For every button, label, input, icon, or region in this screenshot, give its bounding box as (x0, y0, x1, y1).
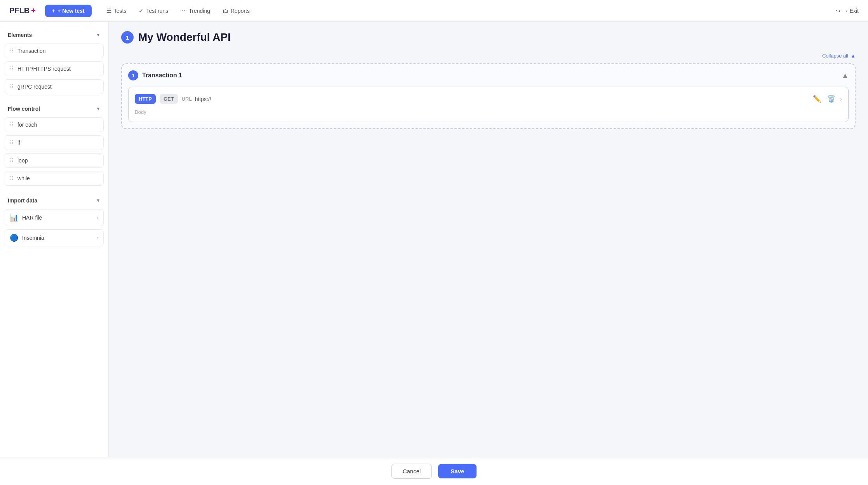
nav-item-tests[interactable]: ☰ Tests (101, 4, 132, 17)
har-file-label: HAR file (22, 215, 42, 221)
drag-handle-icon: ⠿ (10, 48, 14, 54)
request-left: HTTP GET URL https:// (135, 94, 211, 104)
bottom-toolbar: Cancel Save (0, 457, 868, 485)
exit-icon: ↪ (836, 8, 840, 14)
sidebar-item-insomnia[interactable]: 🔵 Insomnia › (5, 229, 104, 246)
sidebar-item-transaction[interactable]: ⠿ Transaction (5, 44, 104, 58)
flow-control-items: ⠿ for each ⠿ if ⠿ loop ⠿ while (5, 116, 104, 190)
body-label: Body (135, 109, 146, 115)
flow-control-section: Flow control ▼ ⠿ for each ⠿ if ⠿ loop ⠿ (5, 102, 104, 190)
edit-button[interactable]: ✏️ (811, 93, 823, 105)
method-get-badge: GET (160, 94, 178, 104)
flow-control-section-label: Flow control (8, 106, 40, 112)
if-label: if (17, 140, 20, 146)
http-request-label: HTTP/HTTPS request (17, 66, 71, 72)
test-title-row: 1 My Wonderful API (121, 31, 856, 44)
sidebar-item-foreach[interactable]: ⠿ for each (5, 117, 104, 132)
sidebar-item-while[interactable]: ⠿ while (5, 171, 104, 186)
transaction-label: Transaction (17, 48, 46, 54)
drag-handle-icon: ⠿ (10, 175, 14, 181)
collapse-all-button[interactable]: Collapse all ▲ (822, 53, 856, 59)
sidebar-item-grpc-request[interactable]: ⠿ gRPC request (5, 79, 104, 94)
insomnia-label: Insomnia (22, 235, 44, 241)
import-data-section-label: Import data (8, 197, 37, 204)
flow-control-section-header[interactable]: Flow control ▼ (5, 102, 104, 116)
drag-handle-icon: ⠿ (10, 140, 14, 146)
sidebar: Elements ▼ ⠿ Transaction ⠿ HTTP/HTTPS re… (0, 22, 109, 457)
sidebar-item-http-request[interactable]: ⠿ HTTP/HTTPS request (5, 61, 104, 76)
nav-item-testruns[interactable]: ✓ Test runs (133, 4, 174, 17)
sidebar-item-har-file[interactable]: 📊 HAR file › (5, 209, 104, 226)
canvas: 1 My Wonderful API Collapse all ▲ 1 Tran… (109, 22, 868, 457)
grpc-request-label: gRPC request (17, 84, 52, 90)
logo: PFLB + (9, 6, 36, 15)
nav-item-reports[interactable]: 🗂 Reports (217, 4, 255, 17)
insomnia-left: 🔵 Insomnia (10, 234, 44, 242)
new-test-button[interactable]: + + New test (45, 5, 92, 17)
import-data-chevron-icon: ▼ (96, 198, 101, 203)
transaction-title-row: 1 Transaction 1 (128, 70, 182, 80)
testruns-icon: ✓ (139, 7, 144, 14)
insomnia-icon: 🔵 (10, 234, 18, 242)
collapse-all-label: Collapse all (822, 53, 848, 59)
sidebar-item-loop[interactable]: ⠿ loop (5, 153, 104, 168)
save-button[interactable]: Save (438, 464, 477, 478)
test-number: 1 (126, 34, 129, 41)
test-title: My Wonderful API (138, 31, 231, 44)
top-navigation: PFLB + + + New test ☰ Tests ✓ Test runs … (0, 0, 868, 22)
logo-plus: + (31, 6, 36, 15)
insomnia-arrow-icon: › (97, 235, 99, 241)
transaction-collapse-button[interactable]: ▲ (842, 72, 849, 80)
delete-button[interactable]: 🗑️ (826, 93, 837, 105)
har-file-left: 📊 HAR file (10, 213, 42, 222)
import-data-items: 📊 HAR file › 🔵 Insomnia › (5, 208, 104, 251)
request-actions: ✏️ 🗑️ › (811, 93, 842, 105)
nav-items: ☰ Tests ✓ Test runs 〰 Trending 🗂 Reports (101, 4, 255, 17)
elements-section: Elements ▼ ⠿ Transaction ⠿ HTTP/HTTPS re… (5, 28, 104, 99)
trending-icon: 〰 (181, 7, 186, 14)
main-layout: Elements ▼ ⠿ Transaction ⠿ HTTP/HTTPS re… (0, 22, 868, 457)
transaction-badge: 1 (128, 70, 138, 80)
import-data-section: Import data ▼ 📊 HAR file › 🔵 Insomnia (5, 194, 104, 251)
cancel-button[interactable]: Cancel (391, 464, 432, 479)
foreach-label: for each (17, 122, 37, 128)
har-file-arrow-icon: › (97, 215, 99, 221)
method-http-badge: HTTP (135, 94, 156, 104)
url-label: URL (182, 96, 192, 102)
nav-item-trending[interactable]: 〰 Trending (175, 4, 216, 17)
url-section: URL https:// (182, 96, 211, 102)
new-test-label: + New test (57, 8, 85, 14)
drag-handle-icon: ⠿ (10, 122, 14, 128)
logo-text: PFLB (9, 6, 30, 15)
elements-chevron-icon: ▼ (96, 32, 101, 38)
tests-icon: ☰ (106, 7, 111, 14)
exit-button[interactable]: ↪ → Exit (836, 8, 859, 14)
drag-handle-icon: ⠿ (10, 66, 14, 72)
nav-label-trending: Trending (189, 8, 210, 14)
drag-handle-icon: ⠿ (10, 157, 14, 164)
sidebar-item-if[interactable]: ⠿ if (5, 135, 104, 150)
while-label: while (17, 175, 30, 181)
transaction-box: 1 Transaction 1 ▲ HTTP GET URL https:// (121, 63, 856, 129)
request-card: HTTP GET URL https:// ✏️ 🗑️ › Body (128, 87, 849, 122)
test-number-badge: 1 (121, 31, 134, 44)
elements-section-label: Elements (8, 32, 32, 38)
flow-control-chevron-icon: ▼ (96, 106, 101, 112)
drag-handle-icon: ⠿ (10, 84, 14, 90)
new-test-icon: + (52, 8, 55, 14)
nav-label-testruns: Test runs (146, 8, 168, 14)
nav-label-reports: Reports (231, 8, 250, 14)
elements-items: ⠿ Transaction ⠿ HTTP/HTTPS request ⠿ gRP… (5, 42, 104, 99)
reports-icon: 🗂 (223, 7, 228, 14)
canvas-toolbar: Collapse all ▲ (121, 53, 856, 59)
transaction-header: 1 Transaction 1 ▲ (128, 70, 849, 80)
loop-label: loop (17, 157, 28, 164)
nav-label-tests: Tests (114, 8, 127, 14)
url-value[interactable]: https:// (195, 96, 211, 102)
har-file-icon: 📊 (10, 213, 18, 222)
exit-label: → Exit (843, 8, 859, 14)
import-data-section-header[interactable]: Import data ▼ (5, 194, 104, 208)
expand-icon: › (840, 96, 842, 103)
elements-section-header[interactable]: Elements ▼ (5, 28, 104, 42)
collapse-all-icon: ▲ (851, 53, 856, 59)
